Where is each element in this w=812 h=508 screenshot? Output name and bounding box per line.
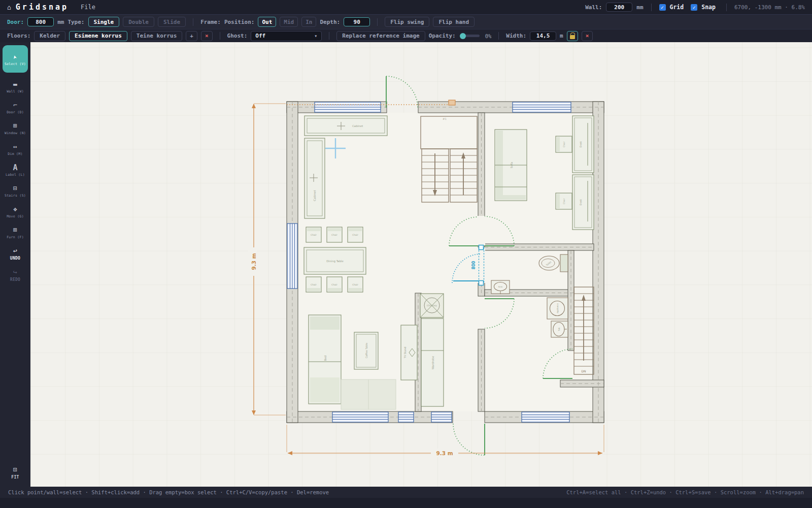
window-left <box>287 224 297 289</box>
top-menu-bar: ⌂ Gridsnap File Wall: mm ✓ Grid ✓ Snap 6… <box>0 0 812 14</box>
door-label: Door: <box>7 19 24 25</box>
tool-select[interactable]: ➤ Select (V) <box>3 45 28 73</box>
wall-icon: ▬ <box>13 81 17 88</box>
svg-text:Chair: Chair <box>331 234 337 236</box>
furniture-wardrobe[interactable]: Wardrobe <box>421 319 444 406</box>
select-cursor-icon: ➤ <box>13 53 17 60</box>
lock-reference-button[interactable] <box>567 31 578 41</box>
door-icon: ⌐ <box>13 102 17 109</box>
window-top-left <box>315 102 381 112</box>
replace-reference-image-button[interactable]: Replace reference image <box>336 31 425 41</box>
furniture-desk-1[interactable]: Desk <box>572 116 594 173</box>
floor-tab-teine-korrus[interactable]: Teine korrus <box>131 31 182 41</box>
remove-reference-button[interactable]: × <box>582 31 593 41</box>
flip-hand-button[interactable]: Flip hand <box>433 17 475 27</box>
divider <box>220 32 220 40</box>
furniture-bed[interactable]: Bed <box>309 315 341 404</box>
door-type-slide-button[interactable]: Slide <box>158 17 186 27</box>
remove-floor-button[interactable]: × <box>201 31 213 41</box>
tool-window[interactable]: ⊞ Window (N) <box>1 122 29 135</box>
svg-text:Chair: Chair <box>311 234 317 236</box>
tool-wall[interactable]: ▬ Wall (W) <box>1 81 29 93</box>
app-title: Gridsnap <box>16 3 69 12</box>
wall-thickness-input[interactable] <box>606 3 632 12</box>
furniture-tv-stand[interactable]: TV Stand <box>401 325 417 380</box>
door-unit-label: mm <box>57 19 64 25</box>
dimension-width-label: 9.3 m <box>436 450 453 456</box>
svg-text:Bed: Bed <box>324 356 327 361</box>
floors-toolbar: Floors: Kelder Esimene korrus Teine korr… <box>0 29 812 42</box>
furniture-chimney[interactable]: Chimney <box>420 294 444 318</box>
furniture-desk-2[interactable]: Desk <box>572 175 594 230</box>
divider <box>726 4 727 11</box>
add-floor-button[interactable]: + <box>186 31 197 41</box>
door-handle-bottom <box>479 281 484 285</box>
opacity-label: Opacity: <box>429 33 456 39</box>
redo-arrow-icon: ↪ <box>13 269 17 276</box>
dimension-arrows-icon: ↔ <box>13 143 17 150</box>
door-width-input[interactable] <box>27 17 54 26</box>
fixture-sink[interactable]: Sink <box>491 280 510 294</box>
frame-position-mid-button[interactable]: Mid <box>280 17 298 27</box>
frame-depth-label: Depth: <box>320 19 340 25</box>
frame-position-in-button[interactable]: In <box>301 17 316 27</box>
stair-down-label: DN <box>581 369 586 373</box>
reference-width-label: Width: <box>506 33 526 39</box>
floor-tab-kelder[interactable]: Kelder <box>34 31 65 41</box>
tool-door[interactable]: ⌐ Door (D) <box>1 102 29 114</box>
drawing-canvas[interactable]: #1 DN Cabinet Cabinet Chair Chair Chair … <box>30 42 812 487</box>
stairs-icon: ⊟ <box>13 185 17 192</box>
dimension-height-label: 9.3 m <box>251 253 257 270</box>
opacity-slider-knob[interactable] <box>460 33 466 39</box>
furniture-coffee-table[interactable]: Coffee Table <box>354 332 378 369</box>
svg-text:Desk: Desk <box>579 141 582 148</box>
svg-text:Chair: Chair <box>563 198 565 204</box>
furniture-icon: ⊞ <box>13 227 17 234</box>
ghost-select[interactable]: Off ▾ <box>251 31 322 41</box>
home-icon: ⌂ <box>7 4 11 11</box>
tool-dimension[interactable]: ↔ Dim (M) <box>1 143 29 156</box>
floor-tab-esimene-korrus[interactable]: Esimene korrus <box>69 31 127 41</box>
tool-sidebar: ➤ Select (V) ▬ Wall (W) ⌐ Door (D) ⊞ Win… <box>0 42 30 487</box>
redo-button[interactable]: ↪ REDO <box>1 269 29 282</box>
snap-checkbox[interactable]: ✓ <box>691 4 697 11</box>
furniture-sofa[interactable]: Sofa <box>495 130 527 201</box>
fixture-tub[interactable]: Tub <box>551 321 568 337</box>
frame-position-out-button[interactable]: Out <box>258 17 276 27</box>
lock-icon <box>570 35 575 39</box>
tool-label[interactable]: A Label (L) <box>1 164 29 177</box>
file-menu[interactable]: File <box>81 4 95 11</box>
window-bottom-4 <box>522 412 569 422</box>
furniture-dining-table[interactable]: Dining Table <box>304 247 366 274</box>
frame-position-label: Position: <box>224 19 255 25</box>
grid-checkbox[interactable]: ✓ <box>659 4 666 11</box>
flip-swing-button[interactable]: Flip swing <box>385 17 429 27</box>
tool-stairs[interactable]: ⊟ Stairs (S) <box>1 185 29 198</box>
furniture-rug[interactable] <box>341 379 396 409</box>
svg-text:Tub: Tub <box>558 327 560 331</box>
selected-door-width-label: 800 <box>471 261 476 269</box>
door-type-single-button[interactable]: Single <box>88 17 120 27</box>
fit-view-button[interactable]: ⊡ FIT <box>1 466 29 480</box>
reference-handle <box>449 100 455 105</box>
svg-text:Coffee Table: Coffee Table <box>365 343 368 359</box>
frame-depth-input[interactable] <box>344 17 370 26</box>
undo-button[interactable]: ↩ UNDO <box>1 247 29 261</box>
fixture-appliance[interactable]: Appliance <box>547 298 568 319</box>
furniture-kitchen-counter-top[interactable]: Cabinet <box>304 116 387 136</box>
status-hints-left: Click point/wall=select · Shift+click=ad… <box>8 489 329 495</box>
divider <box>498 32 499 40</box>
door-type-double-button[interactable]: Double <box>123 17 154 27</box>
undo-arrow-icon: ↩ <box>13 247 17 255</box>
svg-text:Chair: Chair <box>352 234 358 236</box>
svg-text:Chair: Chair <box>563 141 565 147</box>
tool-furniture[interactable]: ⊞ Furn (F) <box>1 227 29 239</box>
reference-width-input[interactable] <box>530 31 556 41</box>
svg-text:Appliance: Appliance <box>556 303 559 313</box>
svg-text:Chair: Chair <box>311 283 317 286</box>
furniture-kitchen-counter-left[interactable]: Cabinet <box>304 138 325 218</box>
fixture-toilet[interactable]: Toilet <box>539 255 568 272</box>
tool-move[interactable]: ❖ Move (G) <box>1 206 29 218</box>
opacity-slider[interactable] <box>461 35 480 37</box>
window-top-right <box>513 102 571 112</box>
